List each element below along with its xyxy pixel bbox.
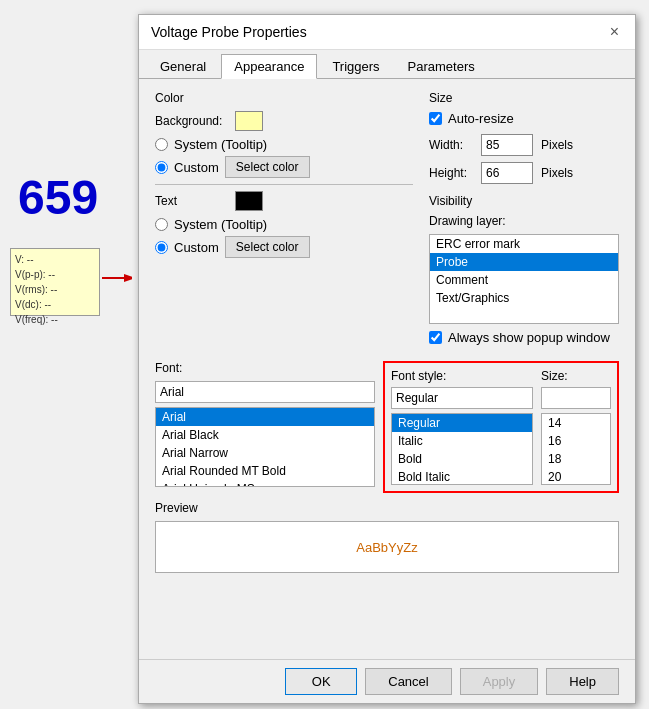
dialog-content: Color Background: System (Tooltip) Custo… <box>139 79 635 671</box>
size-section-label: Size <box>429 91 619 105</box>
style-item-bold-italic[interactable]: Bold Italic <box>392 468 532 485</box>
size-col: Size: 14 16 18 20 22 <box>541 369 611 485</box>
layer-item-comment[interactable]: Comment <box>430 271 618 289</box>
close-button[interactable]: × <box>606 23 623 41</box>
text-custom-radio-row: Custom Select color <box>155 236 413 258</box>
probe-line-4: V(dc): -- <box>15 297 95 312</box>
dialog-buttons: OK Cancel Apply Help <box>139 659 635 703</box>
top-two-col: Color Background: System (Tooltip) Custo… <box>155 91 619 353</box>
style-item-italic[interactable]: Italic <box>392 432 532 450</box>
text-system-label: System (Tooltip) <box>174 217 267 232</box>
always-show-label: Always show popup window <box>448 330 610 345</box>
text-radio-group: System (Tooltip) Custom Select color <box>155 217 413 258</box>
text-select-color-button[interactable]: Select color <box>225 236 310 258</box>
left-column: Color Background: System (Tooltip) Custo… <box>155 91 413 353</box>
font-style-input[interactable] <box>391 387 533 409</box>
font-size-list[interactable]: 14 16 18 20 22 <box>541 413 611 485</box>
ok-button[interactable]: OK <box>285 668 357 695</box>
style-size-row: Font style: Regular Italic Bold Bold Ita… <box>391 369 611 485</box>
bg-custom-label: Custom <box>174 160 219 175</box>
arrow-icon <box>102 272 132 284</box>
font-style-size-col: Font style: Regular Italic Bold Bold Ita… <box>383 361 619 493</box>
text-system-radio[interactable] <box>155 218 168 231</box>
font-style-label: Font style: <box>391 369 533 383</box>
dialog: Voltage Probe Properties × General Appea… <box>138 14 636 704</box>
layer-item-probe[interactable]: Probe <box>430 253 618 271</box>
tab-general[interactable]: General <box>147 54 219 78</box>
tab-triggers[interactable]: Triggers <box>319 54 392 78</box>
bg-system-radio-row: System (Tooltip) <box>155 137 413 152</box>
text-custom-radio[interactable] <box>155 241 168 254</box>
height-pixels-label: Pixels <box>541 166 573 180</box>
width-input[interactable] <box>481 134 533 156</box>
size-label2: Size: <box>541 369 611 383</box>
font-item-arial-black[interactable]: Arial Black <box>156 426 374 444</box>
size-item-20[interactable]: 20 <box>542 468 610 485</box>
cancel-button[interactable]: Cancel <box>365 668 451 695</box>
style-item-regular[interactable]: Regular <box>392 414 532 432</box>
help-button[interactable]: Help <box>546 668 619 695</box>
dialog-titlebar: Voltage Probe Properties × <box>139 15 635 50</box>
bg-custom-radio-row: Custom Select color <box>155 156 413 178</box>
bg-color-label: Background: <box>155 114 227 128</box>
font-name-input[interactable] <box>155 381 375 403</box>
right-column: Size Auto-resize Width: Pixels Height: P… <box>429 91 619 353</box>
size-section: Size Auto-resize Width: Pixels Height: P… <box>429 91 619 184</box>
svg-marker-1 <box>124 274 132 282</box>
bg-system-label: System (Tooltip) <box>174 137 267 152</box>
font-section: Font: Arial Arial Black Arial Narrow Ari… <box>155 361 619 493</box>
apply-button[interactable]: Apply <box>460 668 539 695</box>
background-row: Background: <box>155 111 413 131</box>
bg-select-color-button[interactable]: Select color <box>225 156 310 178</box>
text-color-row: Text <box>155 191 413 211</box>
width-pixels-label: Pixels <box>541 138 573 152</box>
visibility-label: Visibility <box>429 194 619 208</box>
height-label: Height: <box>429 166 473 180</box>
width-row: Width: Pixels <box>429 134 619 156</box>
font-item-arial[interactable]: Arial <box>156 408 374 426</box>
color-section-label: Color <box>155 91 413 105</box>
font-row: Font: Arial Arial Black Arial Narrow Ari… <box>155 361 619 493</box>
height-row: Height: Pixels <box>429 162 619 184</box>
size-item-16[interactable]: 16 <box>542 432 610 450</box>
schematic-number: 659 <box>18 170 98 225</box>
bg-radio-group: System (Tooltip) Custom Select color <box>155 137 413 178</box>
size-item-14[interactable]: 14 <box>542 414 610 432</box>
text-system-radio-row: System (Tooltip) <box>155 217 413 232</box>
height-input[interactable] <box>481 162 533 184</box>
width-label: Width: <box>429 138 473 152</box>
always-show-row: Always show popup window <box>429 330 619 345</box>
bg-system-radio[interactable] <box>155 138 168 151</box>
font-size-input[interactable] <box>541 387 611 409</box>
font-name-list[interactable]: Arial Arial Black Arial Narrow Arial Rou… <box>155 407 375 487</box>
dialog-title: Voltage Probe Properties <box>151 24 307 40</box>
always-show-checkbox[interactable] <box>429 331 442 344</box>
tab-bar: General Appearance Triggers Parameters <box>139 50 635 79</box>
layer-item-text[interactable]: Text/Graphics <box>430 289 618 307</box>
preview-text: AaBbYyZz <box>356 540 417 555</box>
font-item-arial-rounded[interactable]: Arial Rounded MT Bold <box>156 462 374 480</box>
bg-color-swatch[interactable] <box>235 111 263 131</box>
layer-item-erc[interactable]: ERC error mark <box>430 235 618 253</box>
font-item-arial-narrow[interactable]: Arial Narrow <box>156 444 374 462</box>
tab-parameters[interactable]: Parameters <box>395 54 488 78</box>
auto-resize-row: Auto-resize <box>429 111 619 126</box>
probe-component-box: V: -- V(p-p): -- V(rms): -- V(dc): -- V(… <box>10 248 100 316</box>
drawing-layer-list[interactable]: ERC error mark Probe Comment Text/Graphi… <box>429 234 619 324</box>
text-color-swatch[interactable] <box>235 191 263 211</box>
color-section: Color Background: System (Tooltip) Custo… <box>155 91 413 258</box>
preview-section: Preview AaBbYyZz <box>155 501 619 573</box>
bg-custom-radio[interactable] <box>155 161 168 174</box>
auto-resize-checkbox[interactable] <box>429 112 442 125</box>
preview-box: AaBbYyZz <box>155 521 619 573</box>
probe-line-3: V(rms): -- <box>15 282 95 297</box>
style-item-bold[interactable]: Bold <box>392 450 532 468</box>
drawing-layer-label: Drawing layer: <box>429 214 619 228</box>
font-style-list[interactable]: Regular Italic Bold Bold Italic <box>391 413 533 485</box>
text-color-label: Text <box>155 194 227 208</box>
font-item-arial-unicode[interactable]: Arial Unicode MS <box>156 480 374 487</box>
tab-appearance[interactable]: Appearance <box>221 54 317 79</box>
auto-resize-label: Auto-resize <box>448 111 514 126</box>
probe-line-5: V(freq): -- <box>15 312 95 327</box>
size-item-18[interactable]: 18 <box>542 450 610 468</box>
